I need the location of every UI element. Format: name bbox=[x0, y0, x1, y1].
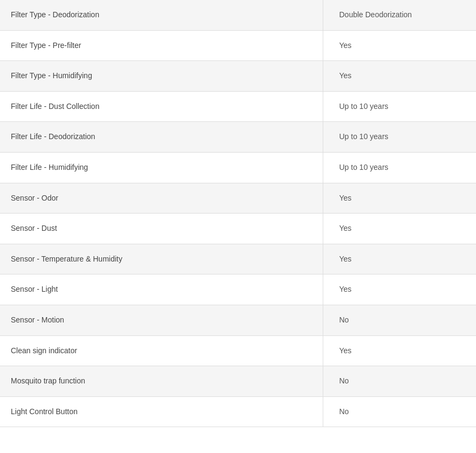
spec-value: No bbox=[323, 396, 476, 427]
spec-label: Sensor - Temperature & Humidity bbox=[0, 244, 323, 274]
spec-value: Yes bbox=[323, 335, 476, 366]
table-row: Sensor - Temperature & HumidityYes bbox=[0, 244, 476, 274]
spec-value: Double Deodorization bbox=[323, 0, 476, 30]
table-row: Filter Type - HumidifyingYes bbox=[0, 61, 476, 92]
table-row: Mosquito trap functionNo bbox=[0, 366, 476, 397]
spec-value: Up to 10 years bbox=[323, 91, 476, 122]
spec-value: Yes bbox=[323, 30, 476, 61]
spec-label: Sensor - Motion bbox=[0, 305, 323, 335]
spec-label: Light Control Button bbox=[0, 396, 323, 427]
spec-value: Yes bbox=[323, 61, 476, 92]
spec-value: Up to 10 years bbox=[323, 122, 476, 153]
spec-value: No bbox=[323, 305, 476, 335]
spec-label: Clean sign indicator bbox=[0, 335, 323, 366]
spec-label: Filter Life - Humidifying bbox=[0, 152, 323, 183]
spec-label: Sensor - Odor bbox=[0, 183, 323, 214]
table-row: Filter Life - Dust CollectionUp to 10 ye… bbox=[0, 91, 476, 122]
spec-value: Yes bbox=[323, 244, 476, 274]
table-row: Sensor - MotionNo bbox=[0, 305, 476, 335]
spec-label: Sensor - Light bbox=[0, 274, 323, 305]
table-row: Filter Life - HumidifyingUp to 10 years bbox=[0, 152, 476, 183]
spec-label: Filter Type - Pre-filter bbox=[0, 30, 323, 61]
table-row: Filter Life - DeodorizationUp to 10 year… bbox=[0, 122, 476, 153]
spec-label: Mosquito trap function bbox=[0, 366, 323, 397]
table-row: Filter Type - DeodorizationDouble Deodor… bbox=[0, 0, 476, 30]
spec-value: No bbox=[323, 366, 476, 397]
spec-label: Sensor - Dust bbox=[0, 214, 323, 244]
table-row: Sensor - OdorYes bbox=[0, 183, 476, 214]
table-row: Filter Type - Pre-filterYes bbox=[0, 30, 476, 61]
spec-value: Yes bbox=[323, 274, 476, 305]
table-row: Sensor - DustYes bbox=[0, 214, 476, 244]
table-row: Sensor - LightYes bbox=[0, 274, 476, 305]
spec-label: Filter Type - Deodorization bbox=[0, 0, 323, 30]
spec-value: Yes bbox=[323, 183, 476, 214]
table-row: Light Control ButtonNo bbox=[0, 396, 476, 427]
spec-label: Filter Type - Humidifying bbox=[0, 61, 323, 92]
spec-label: Filter Life - Deodorization bbox=[0, 122, 323, 153]
table-row: Clean sign indicatorYes bbox=[0, 335, 476, 366]
spec-label: Filter Life - Dust Collection bbox=[0, 91, 323, 122]
spec-value: Yes bbox=[323, 214, 476, 244]
spec-table: Filter Type - DeodorizationDouble Deodor… bbox=[0, 0, 476, 427]
spec-value: Up to 10 years bbox=[323, 152, 476, 183]
